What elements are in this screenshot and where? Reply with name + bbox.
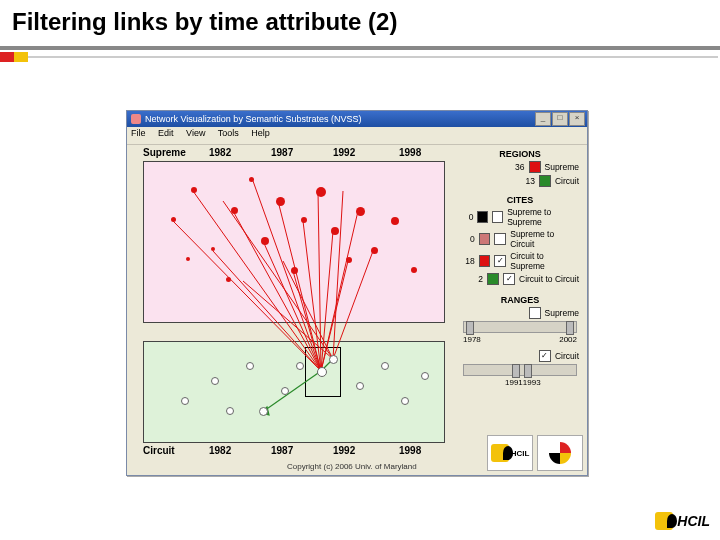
cites-row: 18 ✓ Circuit to Supreme	[461, 251, 579, 271]
node[interactable]	[356, 207, 365, 216]
tick: 1982	[209, 445, 231, 456]
node[interactable]	[381, 362, 389, 370]
tick: 1998	[399, 147, 421, 158]
region-circuit	[143, 341, 445, 443]
tick: 1992	[333, 445, 355, 456]
region-row: 13 Circuit	[461, 175, 579, 187]
cites-row: 0 Supreme to Circuit	[461, 229, 579, 249]
region-supreme	[143, 161, 445, 323]
side-panel: REGIONS 36 Supreme 13 Circuit CITES 0 Su…	[457, 147, 583, 467]
menu-view[interactable]: View	[186, 128, 205, 138]
logo-row: HCIL	[487, 435, 583, 471]
cites-row: 2 ✓ Circuit to Circuit	[461, 273, 579, 285]
node[interactable]	[301, 217, 307, 223]
node[interactable]	[411, 267, 417, 273]
region-label-bottom: Circuit	[143, 445, 175, 456]
checkbox[interactable]: ✓	[539, 350, 551, 362]
range-labels: 1978 2002	[463, 335, 577, 344]
umd-seal-icon	[549, 442, 571, 464]
slide-title-bar: Filtering links by time attribute (2)	[0, 0, 720, 50]
node[interactable]	[226, 277, 231, 282]
node[interactable]	[391, 217, 399, 225]
ranges-header: RANGES	[457, 295, 583, 305]
range-labels: 1991 1993	[463, 378, 577, 387]
node[interactable]	[226, 407, 234, 415]
node[interactable]	[211, 247, 215, 251]
node[interactable]	[346, 257, 352, 263]
node[interactable]	[331, 227, 339, 235]
node[interactable]	[401, 397, 409, 405]
menu-tools[interactable]: Tools	[218, 128, 239, 138]
cites-row: 0 Supreme to Supreme	[461, 207, 579, 227]
node[interactable]	[186, 257, 190, 261]
node[interactable]	[317, 367, 327, 377]
regions-header: REGIONS	[457, 149, 583, 159]
slide-corner-logo: HCIL	[655, 512, 710, 530]
swatch-icon	[539, 175, 551, 187]
slider-thumb-left[interactable]	[512, 364, 520, 378]
swatch-icon	[477, 211, 488, 223]
node[interactable]	[171, 217, 176, 222]
node[interactable]	[291, 267, 298, 274]
tick: 1987	[271, 147, 293, 158]
node[interactable]	[181, 397, 189, 405]
tick: 1992	[333, 147, 355, 158]
swatch-icon	[529, 161, 541, 173]
region-row: 36 Supreme	[461, 161, 579, 173]
slider-thumb-right[interactable]	[524, 364, 532, 378]
copyright: Copyright (c) 2006 Univ. of Maryland	[287, 462, 417, 471]
cites-header: CITES	[457, 195, 583, 205]
node[interactable]	[316, 187, 326, 197]
accent-bar	[0, 50, 42, 62]
minimize-button[interactable]: _	[535, 112, 551, 126]
swatch-icon	[479, 255, 491, 267]
checkbox[interactable]	[494, 233, 506, 245]
menu-help[interactable]: Help	[251, 128, 270, 138]
range-supreme-row: Supreme	[461, 307, 579, 319]
node[interactable]	[249, 177, 254, 182]
range-circuit-slider[interactable]	[463, 364, 577, 376]
java-icon	[131, 114, 141, 124]
node[interactable]	[281, 387, 289, 395]
node[interactable]	[329, 355, 338, 364]
umd-logo	[537, 435, 583, 471]
node[interactable]	[356, 382, 364, 390]
range-supreme-slider[interactable]	[463, 321, 577, 333]
node[interactable]	[259, 407, 268, 416]
node[interactable]	[371, 247, 378, 254]
menu-edit[interactable]: Edit	[158, 128, 174, 138]
checkbox[interactable]: ✓	[503, 273, 515, 285]
node[interactable]	[296, 362, 304, 370]
menu-file[interactable]: File	[131, 128, 146, 138]
maximize-button[interactable]: □	[552, 112, 568, 126]
swatch-icon	[479, 233, 491, 245]
window-titlebar[interactable]: Network Visualization by Semantic Substr…	[127, 111, 587, 127]
checkbox[interactable]: ✓	[494, 255, 506, 267]
node[interactable]	[191, 187, 197, 193]
node[interactable]	[231, 207, 238, 214]
app-window: Network Visualization by Semantic Substr…	[126, 110, 588, 476]
close-button[interactable]: ×	[569, 112, 585, 126]
plot-canvas[interactable]: Supreme 1982 1987 1992 1998	[131, 147, 451, 467]
hcil-logo: HCIL	[487, 435, 533, 471]
region-label-top: Supreme	[143, 147, 186, 158]
node[interactable]	[421, 372, 429, 380]
hcil-icon	[655, 512, 673, 530]
slide-title: Filtering links by time attribute (2)	[12, 8, 397, 36]
hcil-icon	[491, 444, 509, 462]
menubar: File Edit View Tools Help	[127, 127, 587, 145]
swatch-icon	[487, 273, 499, 285]
range-circuit-row: ✓ Circuit	[461, 350, 579, 362]
node[interactable]	[246, 362, 254, 370]
window-title: Network Visualization by Semantic Substr…	[145, 114, 361, 124]
tick: 1982	[209, 147, 231, 158]
tick: 1987	[271, 445, 293, 456]
node[interactable]	[276, 197, 285, 206]
slider-thumb-right[interactable]	[566, 321, 574, 335]
tick: 1998	[399, 445, 421, 456]
node[interactable]	[211, 377, 219, 385]
slider-thumb-left[interactable]	[466, 321, 474, 335]
checkbox[interactable]	[529, 307, 541, 319]
node[interactable]	[261, 237, 269, 245]
checkbox[interactable]	[492, 211, 503, 223]
